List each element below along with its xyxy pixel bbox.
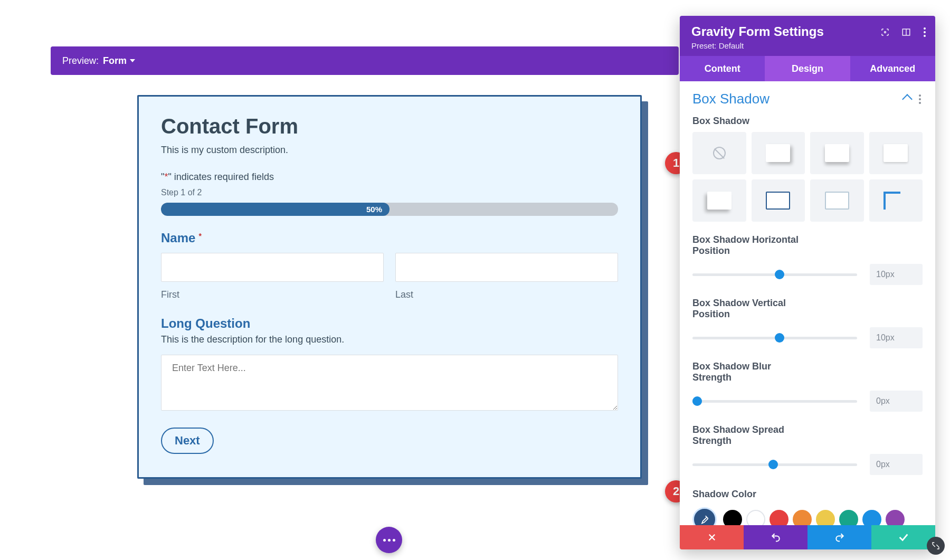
required-legend: "*" indicates required fields xyxy=(161,172,618,183)
color-swatch-purple[interactable] xyxy=(886,510,905,525)
preview-value-text: Form xyxy=(103,55,127,67)
redo-icon xyxy=(834,532,845,543)
preset-shadow-bl[interactable] xyxy=(692,179,746,222)
hpos-label: Box Shadow Horizontal Position xyxy=(692,234,809,257)
fab-more-button[interactable] xyxy=(376,527,402,553)
progress-text: 50% xyxy=(366,205,382,214)
preset-shadow-sm[interactable] xyxy=(869,132,923,174)
long-question-textarea[interactable] xyxy=(161,355,618,411)
required-star-icon: * xyxy=(198,232,201,240)
undo-icon xyxy=(771,532,781,543)
vpos-slider[interactable] xyxy=(692,337,857,339)
expand-icon xyxy=(932,542,940,550)
hpos-value[interactable]: 10px xyxy=(870,264,923,285)
blur-label: Box Shadow Blur Strength xyxy=(692,361,809,383)
spread-value[interactable]: 0px xyxy=(870,454,923,475)
preset-shadow-b[interactable] xyxy=(810,132,864,174)
hpos-slider[interactable] xyxy=(692,273,857,276)
vpos-value[interactable]: 10px xyxy=(870,327,923,348)
eyedropper-icon xyxy=(699,514,710,525)
panel-header: Gravity Form Settings Preset: Default xyxy=(680,16,935,56)
progress-bar: 50% xyxy=(161,203,618,216)
blur-value[interactable]: 0px xyxy=(870,391,923,412)
tab-advanced[interactable]: Advanced xyxy=(850,56,935,81)
color-swatch-red[interactable] xyxy=(770,510,788,525)
blur-control: Box Shadow Blur Strength 0px xyxy=(692,361,923,412)
shadow-color-control: Shadow Color Saved Global Recent xyxy=(692,489,923,525)
form-preview: Contact Form This is my custom descripti… xyxy=(137,95,642,479)
vpos-label: Box Shadow Vertical Position xyxy=(692,298,809,320)
preset-none[interactable] xyxy=(692,132,746,174)
color-swatch-teal[interactable] xyxy=(839,510,858,525)
tab-design[interactable]: Design xyxy=(765,56,850,81)
first-name-input[interactable] xyxy=(161,253,384,282)
section-title[interactable]: Box Shadow xyxy=(692,91,770,107)
panel-preset-text: Preset: Default xyxy=(691,41,744,50)
next-button[interactable]: Next xyxy=(161,428,214,454)
blur-slider[interactable] xyxy=(692,400,857,403)
preset-shadow-tl-line[interactable] xyxy=(869,179,923,222)
hpos-control: Box Shadow Horizontal Position 10px xyxy=(692,234,923,285)
preset-shadow-br[interactable] xyxy=(752,132,805,174)
form-title: Contact Form xyxy=(161,115,618,138)
box-shadow-presets-label: Box Shadow xyxy=(692,116,923,127)
eyedropper-button[interactable] xyxy=(692,507,717,525)
panel-footer xyxy=(680,525,935,549)
color-swatch-orange[interactable] xyxy=(793,510,812,525)
spread-control: Box Shadow Spread Strength 0px xyxy=(692,424,923,475)
panel-preset-dropdown[interactable]: Preset: Default xyxy=(691,41,747,50)
form-card: Contact Form This is my custom descripti… xyxy=(137,95,642,479)
cancel-button[interactable] xyxy=(680,525,744,549)
close-icon xyxy=(707,533,717,542)
color-swatch-black[interactable] xyxy=(723,510,742,525)
first-name-sublabel: First xyxy=(161,289,384,300)
color-swatch-yellow[interactable] xyxy=(816,510,835,525)
confirm-button[interactable] xyxy=(871,525,935,549)
tab-content[interactable]: Content xyxy=(680,56,765,81)
name-label-text: Name xyxy=(161,231,195,245)
collapse-section-icon[interactable] xyxy=(902,94,913,105)
vpos-control: Box Shadow Vertical Position 10px xyxy=(692,298,923,348)
svg-point-0 xyxy=(885,32,886,33)
required-quote-rest: " indicates required fields xyxy=(168,172,274,182)
preview-value-dropdown[interactable]: Form xyxy=(103,55,135,67)
settings-panel: Gravity Form Settings Preset: Default Co… xyxy=(680,16,935,549)
spread-slider[interactable] xyxy=(692,463,857,466)
redo-button[interactable] xyxy=(808,525,871,549)
preset-shadow-outline[interactable] xyxy=(752,179,805,222)
color-swatch-white[interactable] xyxy=(746,510,765,525)
panel-resize-handle[interactable] xyxy=(927,537,945,555)
preset-shadow-inset[interactable] xyxy=(810,179,864,222)
undo-button[interactable] xyxy=(744,525,808,549)
check-icon xyxy=(898,531,909,543)
last-name-input[interactable] xyxy=(395,253,618,282)
more-vert-icon[interactable] xyxy=(924,31,926,33)
preview-label: Preview: xyxy=(62,55,99,67)
long-question-description: This is the description for the long que… xyxy=(161,334,618,345)
focus-icon[interactable] xyxy=(880,27,890,37)
chevron-down-icon xyxy=(130,59,135,62)
step-indicator: Step 1 of 2 xyxy=(161,188,618,197)
long-question-label: Long Question xyxy=(161,316,618,331)
form-description: This is my custom description. xyxy=(161,145,618,156)
panel-tabs: Content Design Advanced xyxy=(680,56,935,81)
section-more-icon[interactable] xyxy=(919,98,921,100)
spread-label: Box Shadow Spread Strength xyxy=(692,424,809,447)
color-swatch-row xyxy=(692,507,923,525)
shadow-color-label: Shadow Color xyxy=(692,489,923,500)
color-swatch-blue[interactable] xyxy=(862,510,881,525)
layout-columns-icon[interactable] xyxy=(901,27,911,37)
panel-body[interactable]: Box Shadow Box Shadow Box Shadow Horizon… xyxy=(680,81,935,525)
last-name-sublabel: Last xyxy=(395,289,618,300)
name-field-label: Name * xyxy=(161,231,618,245)
box-shadow-preset-grid xyxy=(692,132,923,222)
progress-fill: 50% xyxy=(161,203,390,216)
preview-bar: Preview: Form xyxy=(51,46,679,75)
